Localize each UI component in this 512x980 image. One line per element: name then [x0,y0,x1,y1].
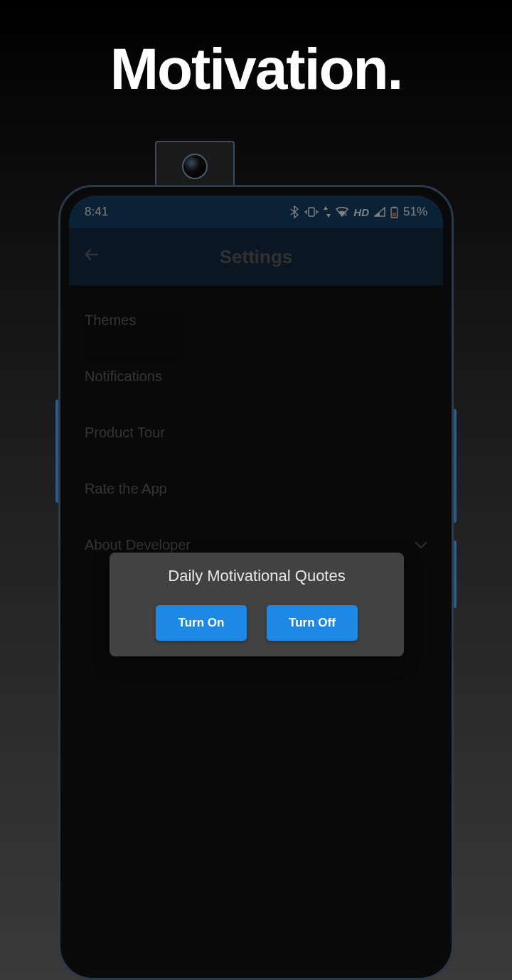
wifi-icon: 4 [336,207,348,217]
battery-percent: 51% [403,205,427,219]
data-icon [324,206,331,218]
dialog-daily-quotes: Daily Motivational Quotes Turn On Turn O… [110,553,404,656]
signal-icon [374,207,385,217]
settings-item-label: About Developer [85,537,191,553]
chevron-down-icon [415,538,427,553]
turn-on-button[interactable]: Turn On [156,605,247,641]
camera-lens [182,154,208,179]
phone-frame: 8:41 4 HD [58,185,454,980]
battery-icon [390,206,398,218]
settings-item-notifications[interactable]: Notifications [69,348,443,405]
settings-item-label: Rate the App [85,481,167,497]
status-bar: 8:41 4 HD [69,196,443,228]
bluetooth-icon [290,206,299,218]
svg-rect-0 [309,208,314,216]
settings-item-rate-app[interactable]: Rate the App [69,461,443,517]
hd-icon: HD [353,206,369,218]
camera-module [155,141,235,191]
svg-rect-4 [392,213,396,217]
svg-text:4: 4 [344,212,347,217]
settings-item-product-tour[interactable]: Product Tour [69,405,443,461]
settings-item-label: Themes [85,312,136,329]
phone-screen: 8:41 4 HD [69,196,443,969]
settings-list: Themes Notifications Product Tour Rate t… [69,285,443,580]
vibrate-icon [304,206,319,218]
page-title: Settings [69,246,443,268]
dialog-title: Daily Motivational Quotes [122,567,391,585]
dialog-buttons: Turn On Turn Off [122,605,391,641]
status-icons: 4 HD 51% [290,205,427,219]
turn-off-button[interactable]: Turn Off [267,605,358,641]
promo-title: Motivation. [0,36,512,102]
svg-rect-3 [393,206,395,208]
settings-item-label: Notifications [85,368,162,385]
settings-item-label: Product Tour [85,425,165,441]
app-bar: Settings [69,228,443,285]
settings-item-themes[interactable]: Themes [69,292,443,348]
back-button[interactable] [83,246,112,268]
status-time: 8:41 [85,205,108,219]
